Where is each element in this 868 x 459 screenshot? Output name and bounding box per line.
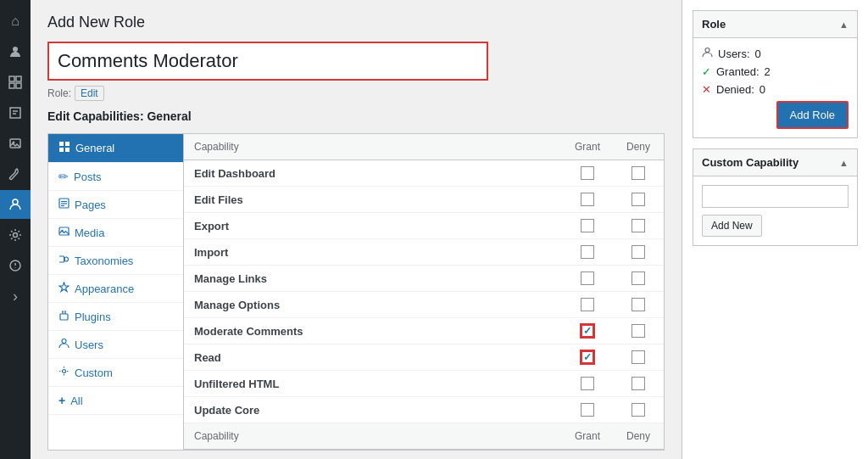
deny-checkbox[interactable] bbox=[632, 324, 645, 338]
svg-point-9 bbox=[13, 199, 18, 204]
svg-rect-17 bbox=[65, 148, 70, 152]
cap-name-cell: Moderate Comments bbox=[184, 318, 562, 344]
sidebar-icon-home[interactable]: ⌂ bbox=[0, 7, 31, 36]
media-icon bbox=[58, 226, 70, 239]
custom-cap-content: Add New bbox=[693, 176, 857, 245]
cap-name-cell: Read bbox=[184, 344, 562, 371]
nav-item-plugins[interactable]: Plugins bbox=[48, 303, 183, 331]
col-footer-grant: Grant bbox=[562, 423, 613, 450]
taxonomies-icon bbox=[58, 254, 70, 267]
deny-checkbox[interactable] bbox=[632, 298, 645, 311]
sidebar-icon-posts[interactable] bbox=[0, 98, 31, 127]
sidebar-icon-settings[interactable] bbox=[0, 221, 31, 249]
nav-item-custom[interactable]: Custom bbox=[48, 359, 183, 387]
role-name-input-wrapper: Role: Edit bbox=[47, 42, 665, 101]
nav-item-users[interactable]: Users bbox=[48, 331, 183, 359]
table-row: Manage Links bbox=[184, 266, 664, 292]
table-row: Moderate Comments✓ bbox=[184, 318, 664, 344]
deny-checkbox[interactable] bbox=[632, 166, 645, 180]
denied-label: Denied: bbox=[716, 83, 754, 96]
nav-item-general[interactable]: General bbox=[48, 134, 183, 163]
capabilities-table-wrapper: Capability Grant Deny Edit DashboardEdit… bbox=[184, 134, 664, 450]
table-row: Unfiltered HTML bbox=[184, 371, 664, 397]
denied-icon: ✕ bbox=[702, 83, 711, 96]
grant-checkbox[interactable] bbox=[581, 245, 594, 259]
granted-icon: ✓ bbox=[702, 65, 711, 78]
grant-checkbox[interactable] bbox=[581, 219, 594, 232]
nav-item-pages[interactable]: Pages bbox=[48, 191, 183, 219]
role-label: Role: Edit bbox=[47, 86, 665, 101]
col-header-capability: Capability bbox=[184, 134, 562, 160]
sidebar-icon-tools[interactable] bbox=[0, 160, 31, 188]
cap-deny-cell bbox=[613, 160, 664, 187]
cap-name: Unfiltered HTML bbox=[194, 378, 279, 390]
cap-deny-cell bbox=[613, 187, 664, 213]
cap-grant-cell bbox=[562, 266, 613, 292]
capabilities-layout: General ✏ Posts Pages Media bbox=[47, 133, 665, 451]
add-new-cap-button[interactable]: Add New bbox=[702, 215, 762, 237]
nav-label-plugins: Plugins bbox=[75, 311, 111, 323]
deny-checkbox[interactable] bbox=[632, 193, 645, 206]
sidebar-icon-users[interactable] bbox=[0, 190, 31, 219]
deny-checkbox[interactable] bbox=[632, 377, 645, 390]
role-edit-link[interactable]: Edit bbox=[75, 86, 104, 101]
cap-grant-cell: ✓ bbox=[562, 344, 613, 371]
appearance-icon bbox=[58, 282, 70, 295]
custom-cap-box-header: Custom Capability ▲ bbox=[693, 149, 857, 176]
nav-item-media[interactable]: Media bbox=[48, 219, 183, 247]
nav-item-appearance[interactable]: Appearance bbox=[48, 275, 183, 303]
grant-checkbox[interactable] bbox=[581, 298, 594, 311]
nav-label-users: Users bbox=[75, 339, 103, 351]
table-row: Edit Dashboard bbox=[184, 160, 664, 187]
custom-cap-sidebar-box: Custom Capability ▲ Add New bbox=[693, 148, 858, 246]
custom-cap-collapse-icon[interactable]: ▲ bbox=[839, 158, 849, 168]
svg-point-31 bbox=[63, 370, 66, 373]
cap-grant-cell bbox=[562, 397, 613, 423]
cap-name-cell: Edit Files bbox=[184, 187, 562, 213]
cap-name: Edit Files bbox=[194, 193, 243, 206]
deny-checkbox[interactable] bbox=[632, 245, 645, 259]
role-collapse-icon[interactable]: ▲ bbox=[839, 20, 849, 30]
table-row: Export bbox=[184, 213, 664, 239]
cap-deny-cell bbox=[613, 318, 664, 344]
custom-cap-input[interactable] bbox=[702, 185, 849, 208]
grant-checkbox[interactable] bbox=[581, 166, 594, 180]
nav-label-all: All bbox=[70, 395, 82, 407]
deny-checkbox[interactable] bbox=[632, 219, 645, 232]
grant-checkbox[interactable] bbox=[581, 271, 594, 285]
cap-deny-cell bbox=[613, 371, 664, 397]
deny-checkbox[interactable] bbox=[632, 403, 645, 417]
role-name-input[interactable] bbox=[47, 42, 488, 81]
capabilities-title: Edit Capabilities: General bbox=[47, 109, 665, 123]
deny-checkbox[interactable] bbox=[632, 350, 645, 364]
cap-name-cell: Unfiltered HTML bbox=[184, 371, 562, 397]
deny-checkbox[interactable] bbox=[632, 271, 645, 285]
cap-name-cell: Import bbox=[184, 239, 562, 266]
sidebar-icon-custom[interactable] bbox=[0, 251, 31, 280]
nav-item-posts[interactable]: ✏ Posts bbox=[48, 163, 183, 191]
users-stat-label: Users: bbox=[718, 48, 750, 60]
pages-icon bbox=[58, 198, 70, 211]
nav-item-taxonomies[interactable]: Taxonomies bbox=[48, 247, 183, 275]
grant-checkbox[interactable] bbox=[581, 193, 594, 206]
grant-checkbox[interactable] bbox=[581, 403, 594, 417]
cap-name-cell: Edit Dashboard bbox=[184, 160, 562, 187]
wp-admin-sidebar: ⌂ › bbox=[0, 0, 31, 459]
nav-item-all[interactable]: + All bbox=[48, 387, 183, 415]
capabilities-table: Capability Grant Deny Edit DashboardEdit… bbox=[184, 134, 664, 450]
col-footer-capability: Capability bbox=[184, 423, 562, 450]
sidebar-icon-profile[interactable] bbox=[0, 37, 31, 66]
role-sidebar-box: Role ▲ Users: 0 ✓ Granted: 2 ✕ bbox=[693, 10, 858, 138]
granted-count: 2 bbox=[765, 65, 771, 78]
sidebar-icon-media[interactable] bbox=[0, 129, 31, 158]
grant-checkbox-highlighted[interactable]: ✓ bbox=[581, 350, 594, 364]
add-role-button[interactable]: Add Role bbox=[776, 101, 849, 129]
cap-grant-cell bbox=[562, 292, 613, 318]
grant-checkbox-highlighted[interactable]: ✓ bbox=[581, 324, 594, 338]
table-row: Manage Options bbox=[184, 292, 664, 318]
users-stat-icon bbox=[702, 47, 713, 60]
nav-label-taxonomies: Taxonomies bbox=[75, 255, 133, 267]
grant-checkbox[interactable] bbox=[581, 377, 594, 390]
sidebar-icon-dashboard[interactable] bbox=[0, 68, 31, 97]
sidebar-icon-expand[interactable]: › bbox=[0, 282, 31, 311]
